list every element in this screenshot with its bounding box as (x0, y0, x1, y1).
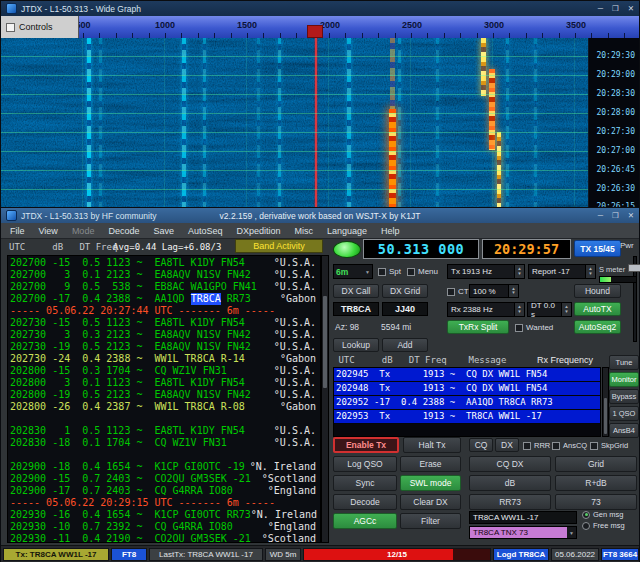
menu-item[interactable]: Language (320, 225, 374, 237)
halt-tx-button[interactable]: Halt Tx (403, 437, 461, 453)
pwr-slider-handle[interactable] (628, 264, 640, 272)
decode-row[interactable]: ----- 05.06.22 20:29:15 UTC ------- 6m -… (10, 497, 320, 509)
decode-row[interactable]: 202900 -17 0.7 2403 ~ CQ G4RRA IO80°Engl… (10, 485, 320, 497)
menu-item[interactable]: View (32, 225, 65, 237)
menu-item[interactable]: Save (146, 225, 181, 237)
clear-dx-button[interactable]: Clear DX (400, 494, 461, 510)
decode-row[interactable]: 202800 -26 0.4 2387 ~ WW1L TR8CA R-08°Ga… (10, 401, 320, 413)
menu-item[interactable]: Help (374, 225, 407, 237)
scrollbar-thumb[interactable] (604, 398, 607, 434)
decode-row[interactable]: 202700 9 0.5 538 ~ EB8AC WA1GPO FN41°U.S… (10, 281, 320, 293)
minimize-icon[interactable]: ─ (598, 211, 603, 220)
decode-row[interactable]: 202700 -15 0.5 1123 ~ EA8TL K1DY FN54°U.… (10, 257, 320, 269)
tune-button[interactable]: Tune (609, 355, 639, 370)
fil​ter-button[interactable]: Filter (400, 513, 461, 529)
band-select[interactable]: 6m ▼ (333, 264, 373, 279)
autoseq2-button[interactable]: AutoSeq2 (574, 320, 621, 334)
spin-down-icon[interactable]: ▼ (511, 291, 515, 296)
one-qso-button[interactable]: 1 QSO (609, 406, 639, 421)
decode-row[interactable]: 202700 3 0.1 2123 ~ EA8AQV N1SV FN42°U.S… (10, 269, 320, 281)
erase-button[interactable]: Erase (400, 456, 461, 472)
monitor-button[interactable]: Monitor (609, 372, 639, 387)
decode-row[interactable]: 202830 -18 0.1 1704 ~ CQ WZ1V FN31°U.S.A… (10, 437, 320, 449)
msg-73-button[interactable]: 73 (555, 494, 637, 510)
menu-item[interactable]: DXpedition (229, 225, 287, 237)
txrx-split-button[interactable]: TxRx Split (447, 320, 509, 334)
decode-row[interactable]: ----- 05.06.22 20:27:44 UTC ------- 6m -… (10, 305, 320, 317)
anscq-checkbox[interactable]: AnsCQ (552, 441, 587, 450)
frequency-display[interactable]: 50.313 000 (363, 239, 479, 259)
decode-row[interactable]: 202900 -18 0.4 1654 ~ K1CP GI0OTC -19°N.… (10, 461, 320, 473)
free-msg-combo[interactable]: TR8CA TNX 73 ▼ (469, 526, 577, 539)
decode-row[interactable]: 202800 3 0.1 1123 ~ EA8TL K1DY FN54°U.S.… (10, 377, 320, 389)
menu-item[interactable]: AutoSeq (181, 225, 230, 237)
autotx-button[interactable]: AutoTX (574, 302, 621, 316)
bypass-button[interactable]: Bypass (609, 389, 639, 404)
swl-mode-button[interactable]: SWL mode (400, 475, 461, 491)
msg-r-db-button[interactable]: R+dB (555, 475, 637, 491)
tx-cycle-button[interactable]: TX 15/45 (574, 240, 621, 257)
menu-item[interactable]: Decode (101, 225, 146, 237)
dx-grid-button[interactable]: DX Grid (382, 284, 428, 298)
scrollbar-thumb[interactable] (323, 296, 327, 388)
band-activity-scrollbar[interactable] (321, 255, 329, 543)
wanted-checkbox[interactable]: Wanted (515, 323, 553, 332)
enable-tx-button[interactable]: Enable Tx (333, 437, 399, 453)
dx-call-input[interactable]: TR8CA (333, 302, 379, 316)
rx-frequency-scrollbar[interactable] (602, 367, 609, 437)
decode-row[interactable]: 202730 -19 0.5 2123 ~ EA8AQV N1SV FN42°U… (10, 341, 320, 353)
maximize-icon[interactable]: ❐ (612, 211, 619, 220)
spin-down-icon[interactable]: ▼ (517, 272, 521, 277)
decode-row[interactable]: 202730 -15 0.5 1123 ~ EA8TL K1DY FN54°U.… (10, 317, 320, 329)
spinner-arrows[interactable]: ▲▼ (508, 285, 518, 297)
menu-item[interactable]: Misc (288, 225, 321, 237)
decode-row[interactable]: 202800 -19 0.5 2123 ~ EA8AQV N1SV FN42°U… (10, 389, 320, 401)
pwr-slider[interactable] (630, 256, 638, 342)
decode-row[interactable] (10, 413, 320, 425)
decode-row[interactable]: 202730 -24 0.4 2388 ~ WW1L TR8CA R-14°Ga… (10, 353, 320, 365)
decode-row[interactable]: 202730 3 0.3 2123 ~ EA8AQV N1SV FN42°U.S… (10, 329, 320, 341)
decode-row[interactable]: 202700 -17 0.4 2388 ~ AA1QD TR8CA RR73°G… (10, 293, 320, 305)
ct-percent-spinner[interactable]: 100 % ▲▼ (469, 284, 519, 298)
decode-row[interactable]: 202900 -15 0.7 2403 ~ CO2QU GM3SEK -21°S… (10, 473, 320, 485)
tx-freq-spinner[interactable]: Tx 1913 Hz ▲▼ (447, 264, 525, 279)
spinner-arrows[interactable]: ▲▼ (585, 265, 595, 278)
dx-call-button[interactable]: DX Call (333, 284, 379, 298)
rx-frequency-row[interactable]: 202953 Tx 1913 ~ TR8CA WW1L -17 (334, 410, 600, 424)
decode-row[interactable] (10, 449, 320, 461)
rx-frequency-row[interactable]: 202945 Tx 1913 ~ CQ DX WW1L FN54 (334, 368, 600, 382)
decode-row[interactable]: 202930 -11 0.4 2190 ~ CO2QU GM3SEK -21°S… (10, 533, 320, 543)
spinner-arrows[interactable]: ▲▼ (514, 303, 524, 316)
cq-toggle[interactable]: CQ (469, 438, 493, 452)
ct-checkbox[interactable]: CT (447, 287, 469, 296)
decode-row[interactable]: 202930 -10 0.7 2392 ~ CQ G4RRA IO80°Engl… (10, 521, 320, 533)
controls-toggle[interactable]: Controls (1, 16, 79, 38)
decode-row[interactable]: 202830 1 0.5 1123 ~ EA8TL K1DY FN54°U.S.… (10, 425, 320, 437)
msg-cq-dx-button[interactable]: CQ DX (469, 456, 551, 472)
frequency-scale[interactable]: 500100015002000250030003500 Controls (1, 16, 639, 38)
rx-frequency-row[interactable]: 202948 Tx 1913 ~ CQ DX WW1L FN54 (334, 382, 600, 396)
decode-button[interactable]: Decode (333, 494, 397, 510)
close-icon[interactable]: ✕ (628, 211, 634, 220)
report-spinner[interactable]: Report -17 ▲▼ (528, 264, 596, 279)
sync-button[interactable]: Sync (333, 475, 397, 491)
free-msg-radio[interactable]: Free msg (582, 521, 625, 530)
gen-msg-input[interactable]: TR8CA WW1L -17 (469, 511, 577, 524)
rrr-checkbox[interactable]: RRR (523, 441, 550, 450)
decode-row[interactable]: 202800 -15 0.3 1704 ~ CQ WZ1V FN31°U.S.A… (10, 365, 320, 377)
rx-frequency-list[interactable]: 202945 Tx 1913 ~ CQ DX WW1L FN54202948 T… (333, 367, 601, 437)
wide-graph-titlebar[interactable]: JTDX - L1-50.313 - Wide Graph ─ ❐ ✕ (1, 1, 639, 16)
spinner-arrows[interactable]: ▲▼ (514, 265, 524, 278)
controls-checkbox-icon[interactable] (6, 23, 15, 32)
menu-item[interactable]: File (3, 225, 32, 237)
main-titlebar[interactable]: JTDX - L1-50.313 by HF community v2.2.15… (1, 208, 639, 223)
maximize-icon[interactable]: ❐ (612, 4, 619, 13)
close-icon[interactable]: ✕ (628, 4, 634, 13)
msg-grid-button[interactable]: Grid (555, 456, 637, 472)
spin-down-icon[interactable]: ▼ (517, 310, 521, 315)
minimize-icon[interactable]: ─ (598, 4, 603, 13)
waterfall[interactable] (1, 38, 591, 208)
decode-row[interactable]: 202930 -16 0.4 1654 ~ K1CP GI0OTC RR73°N… (10, 509, 320, 521)
skpgrid-checkbox[interactable]: SkpGrid (590, 441, 628, 450)
rx-freq-spinner[interactable]: Rx 2388 Hz ▲▼ (447, 302, 525, 317)
